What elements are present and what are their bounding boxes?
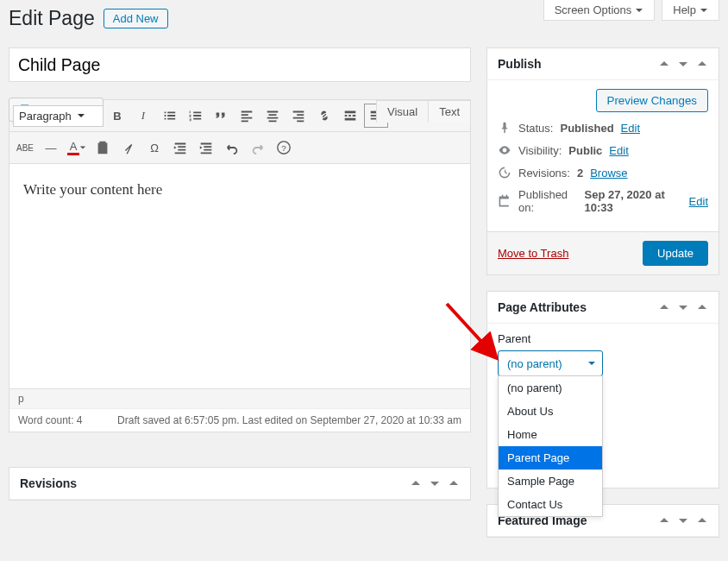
help-tab[interactable]: Help [662, 0, 719, 21]
screen-options-tab[interactable]: Screen Options [543, 0, 656, 21]
chevron-down-icon [700, 6, 708, 15]
strikethrough-button[interactable]: ABE [13, 136, 37, 160]
publish-panel: Publish Preview Changes Status: Publishe… [486, 47, 719, 275]
svg-text:?: ? [281, 143, 286, 153]
undo-button[interactable] [220, 136, 244, 160]
chevron-down-icon[interactable] [677, 301, 689, 313]
publish-header[interactable]: Publish [487, 48, 719, 80]
align-right-button[interactable] [286, 104, 311, 128]
collapse-icon[interactable] [696, 301, 708, 313]
number-list-button[interactable] [183, 104, 207, 128]
clear-format-button[interactable] [116, 136, 141, 160]
parent-option[interactable]: Contact Us [499, 493, 602, 516]
published-value: Sep 27, 2020 at 10:33 [584, 188, 681, 214]
help-label: Help [673, 3, 696, 16]
edit-visibility-link[interactable]: Edit [609, 144, 628, 157]
parent-option[interactable]: Home [499, 423, 602, 446]
attributes-title: Page Attributes [498, 300, 587, 314]
word-count-label: Word count: [18, 414, 73, 426]
browse-revisions-link[interactable]: Browse [590, 167, 627, 180]
edit-date-link[interactable]: Edit [689, 195, 708, 208]
attributes-header[interactable]: Page Attributes [487, 292, 719, 324]
link-button[interactable] [312, 104, 336, 128]
hr-button[interactable]: — [39, 136, 63, 160]
parent-label: Parent [498, 332, 708, 345]
editor-content-text: Write your content here [23, 181, 162, 198]
page-attributes-panel: Page Attributes Parent (no parent) (no p… [486, 291, 719, 489]
help-button[interactable]: ? [272, 136, 296, 160]
parent-selected-value: (no parent) [507, 357, 562, 370]
parent-option[interactable]: Sample Page [499, 470, 602, 493]
add-new-button[interactable]: Add New [104, 9, 168, 28]
chevron-down-icon[interactable] [677, 58, 689, 70]
revisions-panel-header[interactable]: Revisions [9, 468, 470, 500]
publish-title: Publish [498, 57, 542, 71]
eye-icon [498, 143, 511, 157]
format-select[interactable]: Paragraph [13, 105, 104, 127]
edit-status-link[interactable]: Edit [621, 122, 640, 135]
published-label: Published on: [518, 188, 577, 214]
chevron-up-icon[interactable] [658, 514, 670, 526]
chevron-down-icon [587, 358, 597, 369]
editor-footer: Word count: 4 Draft saved at 6:57:05 pm.… [9, 408, 470, 432]
text-tab[interactable]: Text [428, 100, 471, 123]
chevron-up-icon[interactable] [658, 301, 670, 313]
visibility-label: Visibility: [518, 144, 562, 157]
screen-options-label: Screen Options [555, 3, 632, 16]
pin-icon [498, 121, 511, 135]
revisions-label: Revisions: [518, 167, 570, 180]
special-char-button[interactable]: Ω [142, 136, 166, 160]
parent-option[interactable]: (no parent) [499, 376, 602, 400]
indent-button[interactable] [194, 136, 218, 160]
chevron-up-icon[interactable] [410, 477, 422, 489]
status-label: Status: [518, 122, 553, 135]
text-color-button[interactable]: A [65, 136, 89, 160]
parent-option[interactable]: Parent Page [499, 446, 602, 470]
visual-tab[interactable]: Visual [376, 100, 429, 123]
redo-button[interactable] [246, 136, 270, 160]
calendar-icon [498, 194, 511, 208]
parent-option[interactable]: About Us [499, 400, 602, 423]
revisions-value: 2 [577, 167, 583, 180]
outdent-button[interactable] [168, 136, 192, 160]
history-icon [498, 166, 511, 180]
chevron-down-icon[interactable] [677, 514, 689, 526]
chevron-down-icon [77, 111, 85, 120]
parent-select[interactable]: (no parent) [498, 350, 603, 376]
bullet-list-button[interactable] [157, 104, 181, 128]
quote-button[interactable] [209, 104, 233, 128]
page-title: Edit Page [9, 7, 95, 30]
move-to-trash-link[interactable]: Move to Trash [498, 247, 568, 260]
chevron-down-icon[interactable] [429, 477, 441, 489]
align-left-button[interactable] [235, 104, 259, 128]
page-title-input[interactable] [9, 47, 471, 82]
html-path: p [9, 388, 470, 408]
status-value: Published [560, 122, 613, 135]
italic-button[interactable]: I [131, 104, 155, 128]
toolbar-row-2: ABE — A Ω ? [9, 132, 470, 164]
bold-button[interactable]: B [105, 104, 129, 128]
collapse-icon[interactable] [696, 514, 708, 526]
preview-changes-button[interactable]: Preview Changes [596, 89, 708, 112]
align-center-button[interactable] [260, 104, 285, 128]
update-button[interactable]: Update [643, 241, 708, 266]
paste-button[interactable] [91, 136, 115, 160]
draft-status: Draft saved at 6:57:05 pm. Last edited o… [117, 414, 461, 426]
chevron-down-icon [635, 6, 643, 15]
parent-dropdown[interactable]: (no parent)About UsHomeParent PageSample… [498, 375, 603, 517]
read-more-button[interactable] [338, 104, 362, 128]
visibility-value: Public [568, 144, 602, 157]
chevron-up-icon[interactable] [658, 58, 670, 70]
collapse-icon[interactable] [696, 58, 708, 70]
revisions-title: Revisions [20, 476, 77, 490]
word-count-value: 4 [77, 414, 83, 426]
collapse-icon[interactable] [448, 477, 460, 489]
content-editor[interactable]: Write your content here [9, 164, 470, 388]
